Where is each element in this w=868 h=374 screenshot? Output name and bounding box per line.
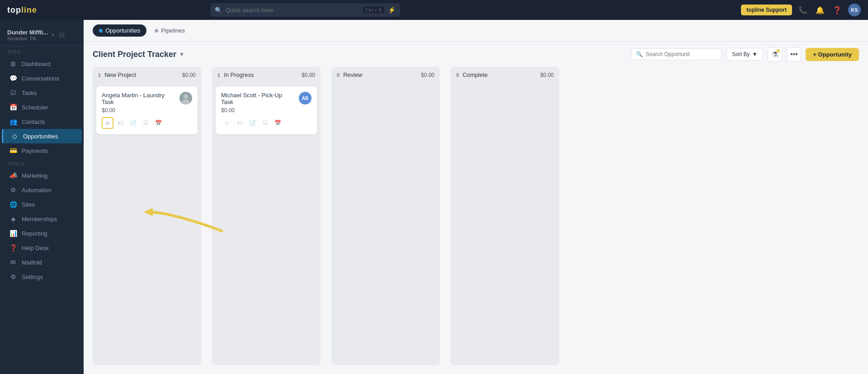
card-icon-row: ☺ 🏷 📄 ☑ xyxy=(221,117,311,129)
calendar-icon: 📅 xyxy=(155,120,162,126)
global-search-box[interactable]: 🔍 Ctrl + K ⚡ xyxy=(210,3,400,17)
payments-icon: 💳 xyxy=(9,147,17,154)
card-icon-slot-tag[interactable]: 🏷 xyxy=(234,117,245,129)
phone-icon-button[interactable]: 📞 xyxy=(797,4,809,16)
topnav-right-area: topline Support 📞 🔔 ❓ KS xyxy=(741,4,861,16)
dashboard-icon: ⊞ xyxy=(9,60,17,67)
filter-active-dot xyxy=(777,49,780,52)
tools-section-label: Tools xyxy=(0,158,84,168)
card-icon-slot-doc[interactable]: 📄 xyxy=(127,117,139,129)
card-icon-slot-smile[interactable]: ☺ xyxy=(221,117,233,129)
sidebar-item-reporting[interactable]: 📊 Reporting xyxy=(2,226,82,241)
workspace-selector[interactable]: Dunder Miffli... Scranton, PA ▼ ⊟ xyxy=(0,24,84,46)
scheduler-icon: 📅 xyxy=(9,104,17,111)
kanban-column-review: 0 Review $0.00 xyxy=(331,67,440,365)
smile-icon: ☺ xyxy=(224,120,230,126)
pipeline-chevron-icon: ▼ xyxy=(179,51,184,57)
sidebar-toggle-icon[interactable]: ⊟ xyxy=(59,31,65,39)
avatar-photo xyxy=(179,92,192,104)
main-layout: Dunder Miffli... Scranton, PA ▼ ⊟ Apps ⊞… xyxy=(0,20,868,374)
tab-opportunities[interactable]: Opportunities xyxy=(93,24,146,37)
sidebar-item-memberships[interactable]: ◈ Memberships xyxy=(2,212,82,226)
tab-label: Opportunities xyxy=(105,27,140,34)
opportunity-search-input[interactable] xyxy=(646,51,717,57)
sidebar-item-payments[interactable]: 💳 Payments xyxy=(2,143,82,158)
kanban-board: 1 New Project $0.00 Angela Martin - Laun… xyxy=(84,67,868,374)
pipeline-title-button[interactable]: Client Project Tracker ▼ xyxy=(93,50,184,59)
doc-icon: 📄 xyxy=(130,120,137,126)
top-navigation: topline 🔍 Ctrl + K ⚡ topline Support 📞 🔔… xyxy=(0,0,868,20)
sidebar-item-help-desk[interactable]: ❓ Help Desk xyxy=(2,241,82,255)
card-icon-slot-check[interactable]: ☑ xyxy=(259,117,271,129)
column-header-in-progress: 1 In Progress $0.00 xyxy=(212,67,321,83)
kanban-column-complete: 0 Complete $0.00 xyxy=(451,67,559,365)
column-count: 1 xyxy=(98,72,101,78)
help-icon-button[interactable]: ❓ xyxy=(831,4,844,16)
card-icon-slot-tag[interactable]: 🏷 xyxy=(114,117,126,129)
opportunities-icon: ◇ xyxy=(10,133,19,140)
kanban-board-wrapper: 1 New Project $0.00 Angela Martin - Laun… xyxy=(84,67,868,374)
sidebar-item-settings[interactable]: ⚙ Settings xyxy=(2,270,82,284)
sidebar-item-automation[interactable]: ⚙ Automation xyxy=(2,183,82,197)
card-header: Angela Martin - Laundry Task xyxy=(102,92,192,105)
kanban-column-in-progress: 1 In Progress $0.00 Michael Scott - Pick… xyxy=(212,67,321,365)
sidebar-item-conversations[interactable]: 💬 Conversations xyxy=(2,71,82,85)
lightning-icon: ⚡ xyxy=(388,6,396,14)
more-options-button[interactable]: ••• xyxy=(787,47,801,62)
tab-pipelines[interactable]: Pipelines xyxy=(148,24,191,37)
opportunity-search-box[interactable]: 🔍 xyxy=(631,48,722,60)
card-amount: $0.00 xyxy=(102,107,192,114)
search-shortcut-hint: Ctrl + K xyxy=(363,7,384,13)
card-icon-slot-check[interactable]: ☑ xyxy=(140,117,151,129)
sidebar-item-sites[interactable]: 🌐 Sites xyxy=(2,197,82,212)
card-avatar xyxy=(179,92,192,104)
pipeline-title: Client Project Tracker xyxy=(93,50,176,59)
sidebar-item-scheduler[interactable]: 📅 Scheduler xyxy=(2,100,82,114)
column-body-review xyxy=(331,83,440,365)
sidebar-item-label: Dashboard xyxy=(22,61,51,67)
card-icon-slot-cal[interactable]: 📅 xyxy=(272,117,283,129)
global-search-input[interactable] xyxy=(226,7,359,14)
kanban-card: Angela Martin - Laundry Task xyxy=(96,86,198,134)
sidebar-item-tasks[interactable]: ☑ Tasks xyxy=(2,85,82,100)
card-avatar: AB xyxy=(299,92,311,104)
sidebar-item-opportunities[interactable]: ◇ Opportunities xyxy=(2,129,82,143)
card-icon-slot-doc[interactable]: 📄 xyxy=(246,117,258,129)
add-opportunity-button[interactable]: + Opportunity xyxy=(806,48,859,61)
sort-chevron-icon: ▼ xyxy=(752,51,758,57)
filter-button[interactable]: ⚗ xyxy=(768,47,782,62)
column-amount: $0.00 xyxy=(421,72,434,78)
card-icon-slot-cal[interactable]: 📅 xyxy=(152,117,164,129)
more-icon: ••• xyxy=(790,50,798,58)
sidebar-item-contacts[interactable]: 👥 Contacts xyxy=(2,114,82,129)
conversations-icon: 💬 xyxy=(9,75,17,82)
sidebar-item-dashboard[interactable]: ⊞ Dashboard xyxy=(2,57,82,71)
search-icon: 🔍 xyxy=(215,7,222,14)
column-header-new-project: 1 New Project $0.00 xyxy=(93,67,201,83)
sidebar-item-marketing[interactable]: 📣 Marketing xyxy=(2,168,82,183)
column-count: 1 xyxy=(217,72,220,78)
content-area: Opportunities Pipelines Client Project T… xyxy=(84,20,868,374)
support-button[interactable]: topline Support xyxy=(741,5,792,15)
column-body-new-project: Angela Martin - Laundry Task xyxy=(93,83,201,365)
user-avatar-button[interactable]: KS xyxy=(848,4,861,16)
memberships-icon: ◈ xyxy=(9,215,17,223)
help-desk-icon: ❓ xyxy=(9,244,17,251)
sidebar-item-label: Payments xyxy=(22,147,48,154)
contacts-icon: 👥 xyxy=(9,118,17,125)
sort-label: Sort By xyxy=(732,51,750,57)
reporting-icon: 📊 xyxy=(9,230,17,237)
sidebar-item-label: Sites xyxy=(22,201,35,208)
sidebar-item-mailfold[interactable]: ✉ Mailfold xyxy=(2,255,82,270)
column-count: 0 xyxy=(456,72,459,78)
svg-point-1 xyxy=(184,95,188,99)
card-title: Angela Martin - Laundry Task xyxy=(102,92,176,105)
calendar-icon: 📅 xyxy=(274,120,281,126)
notifications-icon-button[interactable]: 🔔 xyxy=(814,4,826,16)
tab-dot xyxy=(99,29,103,33)
column-title: New Project xyxy=(104,71,179,78)
kanban-card: Michael Scott - Pick-Up Task AB $0.00 ☺ … xyxy=(216,86,317,134)
sort-button[interactable]: Sort By ▼ xyxy=(726,48,763,61)
card-icon-slot-highlighted[interactable]: ☺ xyxy=(102,117,113,129)
sidebar-item-label: Settings xyxy=(22,274,43,280)
